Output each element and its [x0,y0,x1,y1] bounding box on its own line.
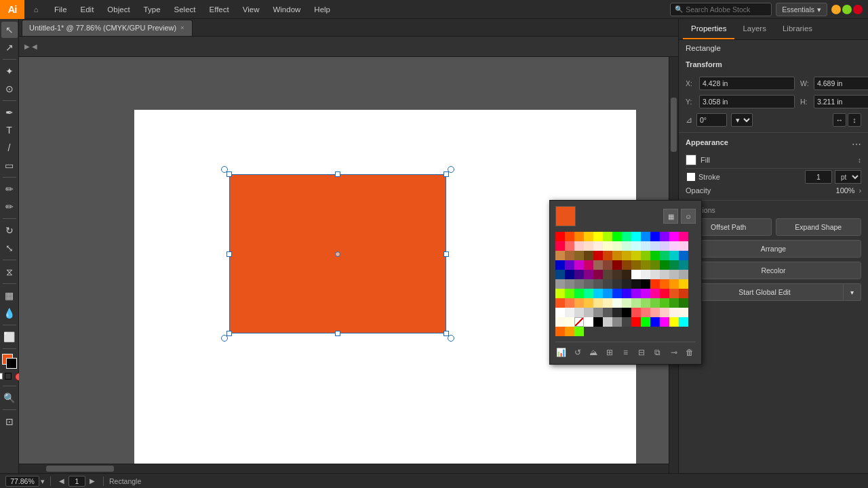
color-swatch[interactable] [593,279,603,289]
color-swatch[interactable] [650,289,660,298]
menu-select[interactable]: Select [167,0,203,19]
color-swatch[interactable] [574,298,584,308]
prev-page-button[interactable]: ◀ [56,476,67,487]
color-swatch[interactable] [574,317,584,327]
handle-top-left[interactable] [226,171,232,177]
color-swatch[interactable] [631,251,641,260]
color-swatch[interactable] [574,232,584,241]
cp-sliders-icon[interactable]: ⊸ [668,346,680,359]
color-swatch[interactable] [593,298,603,308]
color-swatch[interactable] [631,298,641,308]
color-swatch[interactable] [603,260,612,270]
color-swatch[interactable] [631,232,641,241]
color-swatch[interactable] [631,317,641,327]
color-swatch[interactable] [641,270,650,279]
color-swatch[interactable] [593,308,603,317]
handle-top-middle[interactable] [335,171,340,177]
color-swatch[interactable] [660,251,669,260]
color-swatch[interactable] [660,279,669,289]
menu-object[interactable]: Object [100,0,136,19]
color-swatch[interactable] [622,289,631,298]
color-swatch[interactable] [612,279,622,289]
menu-file[interactable]: File [47,0,74,19]
color-swatch[interactable] [669,260,679,270]
color-swatch[interactable] [574,308,584,317]
cp-swatch-view-icon[interactable]: ▦ [663,209,678,224]
recolor-button[interactable]: Recolor [686,262,861,279]
rectangle-tool[interactable]: ▭ [1,157,18,174]
color-swatch[interactable] [584,270,593,279]
color-swatch[interactable] [574,260,584,270]
cp-trash-icon[interactable]: 🗑 [684,346,696,359]
color-swatch[interactable] [669,289,679,298]
pencil-tool[interactable]: ✏ [1,199,18,215]
tab-libraries[interactable]: Libraries [774,19,821,39]
color-swatch[interactable] [622,298,631,308]
color-swatch[interactable] [603,232,612,241]
scale-tool[interactable]: ⤡ [1,240,18,256]
color-swatch[interactable] [584,232,593,241]
color-swatch[interactable] [603,279,612,289]
color-swatch[interactable] [660,317,669,327]
handle-top-right[interactable] [443,171,449,177]
cp-bar-chart-icon[interactable]: 📊 [555,346,568,359]
cp-palette-icon[interactable]: ☺ [681,209,696,224]
color-swatch[interactable] [622,279,631,289]
eyedropper-tool[interactable]: 💧 [1,305,18,321]
stroke-value-input[interactable] [805,170,832,184]
rotate-tool[interactable]: ↻ [1,222,18,239]
color-swatch[interactable] [584,260,593,270]
direct-selection-tool[interactable]: ↗ [1,39,18,56]
color-swatch[interactable] [612,317,622,327]
color-swatch[interactable] [650,241,660,251]
color-swatch[interactable] [650,270,660,279]
color-swatch[interactable] [565,241,574,251]
color-swatch[interactable] [650,232,660,241]
color-swatch[interactable] [660,260,669,270]
zoom-dropdown-icon[interactable]: ▾ [41,477,45,485]
flip-vertical-icon[interactable]: ↕ [848,113,861,127]
menu-effect[interactable]: Effect [203,0,236,19]
document-tab[interactable]: Untitled-1* @ 77.86% (CMYK/GPU Preview) … [22,20,193,36]
color-swatch[interactable] [679,241,688,251]
menu-type[interactable]: Type [137,0,167,19]
color-swatch[interactable] [584,241,593,251]
arrange-button[interactable]: Arrange [686,240,861,258]
appearance-more-button[interactable]: ⋯ [852,139,861,150]
search-box[interactable]: 🔍 [670,3,772,16]
color-swatch[interactable] [622,308,631,317]
color-swatch[interactable] [574,270,584,279]
color-swatch[interactable] [612,241,622,251]
x-input[interactable] [699,77,795,90]
color-swatch[interactable] [593,317,603,327]
color-swatch[interactable] [574,251,584,260]
paintbrush-tool[interactable]: ✏ [1,181,18,197]
global-edit-button[interactable]: Start Global Edit [686,283,844,301]
color-swatch[interactable] [565,289,574,298]
menu-view[interactable]: View [236,0,267,19]
color-swatch[interactable] [650,260,660,270]
color-swatch[interactable] [669,241,679,251]
minimize-button[interactable] [831,5,841,14]
color-swatch[interactable] [650,298,660,308]
color-swatch[interactable] [669,232,679,241]
color-swatch[interactable] [641,241,650,251]
page-input[interactable] [68,476,85,487]
color-swatch[interactable] [669,270,679,279]
close-button[interactable] [853,5,863,14]
color-swatch[interactable] [660,308,669,317]
color-swatch[interactable] [574,289,584,298]
type-tool[interactable]: T [1,122,18,138]
color-swatch[interactable] [574,327,584,336]
stroke-unit-select[interactable]: pt [835,170,861,184]
color-swatch[interactable] [593,251,603,260]
color-swatch[interactable] [631,270,641,279]
color-swatch[interactable] [555,279,565,289]
color-swatch[interactable] [612,308,622,317]
color-swatch[interactable] [603,241,612,251]
color-swatch[interactable] [679,317,688,327]
handle-middle-left[interactable] [226,251,232,257]
color-swatch[interactable] [641,260,650,270]
color-swatch[interactable] [565,270,574,279]
color-swatch[interactable] [555,317,565,327]
